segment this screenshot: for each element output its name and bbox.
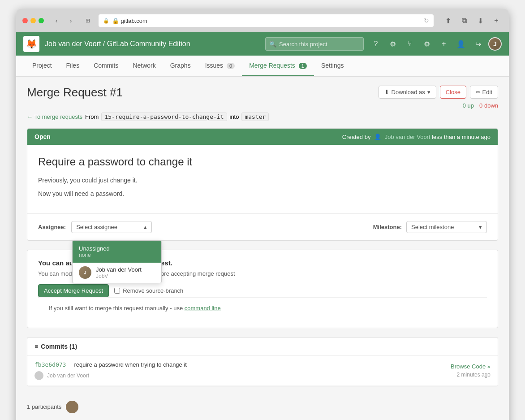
nav-graphs[interactable]: Graphs: [163, 56, 198, 76]
mr-card: Open Created by 👤 Job van der Voort less…: [27, 128, 498, 241]
nav-files[interactable]: Files: [59, 56, 87, 76]
description-line-2: Now you will need a password.: [38, 189, 487, 199]
window-controls: [22, 18, 44, 23]
commits-header: ≡ Commits (1): [27, 338, 498, 356]
created-time: less than a minute ago: [432, 134, 491, 140]
forward-button[interactable]: ›: [65, 16, 77, 26]
dropdown-user-jobv[interactable]: J Job van der Voort JobV: [73, 263, 161, 283]
milestone-section: Milestone: Select milestone ▾: [373, 221, 487, 233]
address-bar[interactable]: 🔒 🔒 gitlab.com ↻: [99, 14, 434, 27]
refresh-icon[interactable]: ↻: [424, 17, 429, 24]
maximize-dot[interactable]: [39, 18, 44, 23]
commits-header-label: Commits (1): [41, 343, 77, 350]
commits-list: fb3e6d073 require a password when trying…: [27, 356, 498, 386]
milestone-arrow-icon: ▾: [479, 224, 482, 230]
dropdown-unassigned[interactable]: Unassigned none: [73, 241, 161, 263]
mr-actions: ⬇ Download as ▾ Close ✏ Edit: [379, 86, 498, 99]
minimize-dot[interactable]: [30, 18, 36, 23]
mr-card-body: Require a password to change it Previous…: [27, 145, 498, 213]
back-button[interactable]: ‹: [50, 16, 63, 26]
commit-row: fb3e6d073 require a password when trying…: [27, 356, 498, 386]
milestone-select[interactable]: Select milestone ▾: [406, 221, 487, 233]
assignee-dropdown[interactable]: Unassigned none J Job van der Voort JobV: [72, 240, 162, 283]
assignee-select[interactable]: Select assignee ▴: [71, 221, 152, 233]
nav-settings[interactable]: Settings: [314, 56, 351, 76]
nav-issues[interactable]: Issues 0: [198, 56, 242, 76]
commits-section: ≡ Commits (1) fb3e6d073 require a passwo…: [27, 337, 498, 386]
assignee-value: Select assignee: [76, 224, 117, 230]
unassigned-sub: none: [79, 252, 155, 258]
remove-source-checkbox-input[interactable]: [114, 288, 120, 294]
participants-label: 1 participants: [27, 403, 61, 410]
target-branch: master: [241, 113, 269, 121]
commit-author-avatar: [34, 371, 43, 380]
search-icon: 🔍: [269, 41, 276, 48]
top-nav: 🦊 Job van der Voort / GitLab Community E…: [16, 32, 509, 56]
commit-author: Job van der Voort: [47, 372, 89, 379]
close-dot[interactable]: [22, 18, 28, 23]
add-tab-button[interactable]: +: [490, 16, 503, 26]
commit-message: require a password when trying to change…: [74, 361, 443, 368]
sidebar-button[interactable]: ⧉: [458, 16, 470, 26]
user-avatar-image: J: [79, 266, 91, 279]
checkbox-label: Remove source-branch: [123, 287, 183, 294]
nav-merge-requests[interactable]: Merge Requests 1: [242, 56, 314, 76]
browser-window: ‹ › ⊞ 🔒 🔒 gitlab.com ↻ ⬆ ⧉ ⬇ + 🦊 Job van…: [16, 9, 509, 420]
logo-icon: 🦊: [26, 39, 37, 49]
accept-mr-button[interactable]: Accept Merge Request: [38, 284, 109, 297]
search-box[interactable]: 🔍 Search this project: [265, 37, 364, 51]
participant-avatar-1: [66, 401, 78, 413]
commit-time: 2 minutes ago: [457, 372, 491, 378]
admin-button[interactable]: ⚙: [420, 37, 434, 51]
help-button[interactable]: ?: [369, 37, 383, 51]
download-label: Download as: [392, 89, 425, 95]
download-button[interactable]: ⬇: [474, 16, 486, 26]
signout-button[interactable]: ↪: [471, 37, 485, 51]
browser-nav: ‹ ›: [50, 16, 77, 26]
browse-code-link[interactable]: Browse Code »: [451, 363, 491, 370]
gitlab-logo: 🦊: [23, 36, 39, 52]
download-icon: ⬇: [384, 89, 389, 95]
new-button[interactable]: +: [437, 37, 451, 51]
url-text: 🔒 gitlab.com: [112, 17, 147, 24]
remove-source-branch-checkbox[interactable]: Remove source-branch: [114, 287, 183, 294]
command-line-link[interactable]: command line: [185, 305, 221, 312]
user-info: Job van der Voort JobV: [96, 266, 142, 279]
author-link[interactable]: Job van der Voort: [385, 134, 430, 140]
page-content: Merge Request #1 ⬇ Download as ▾ Close ✏…: [16, 77, 509, 420]
nav-project[interactable]: Project: [25, 56, 59, 76]
into-label: into: [230, 113, 239, 120]
mr-card-title: Require a password to change it: [38, 156, 487, 168]
commit-meta: Job van der Voort: [34, 371, 443, 380]
created-by: Created by 👤 Job van der Voort less than…: [342, 134, 491, 140]
commit-hash[interactable]: fb3e6d073: [34, 361, 66, 368]
close-button[interactable]: Close: [440, 86, 466, 99]
issues-badge: 0: [227, 63, 235, 69]
mr-badge: 1: [299, 63, 307, 69]
download-button[interactable]: ⬇ Download as ▾: [379, 86, 436, 99]
edit-button[interactable]: ✏ Edit: [470, 86, 498, 99]
user-button[interactable]: 👤: [454, 37, 468, 51]
assignee-row: Assignee: Select assignee ▴ Unassigned n…: [27, 213, 498, 240]
nav-network[interactable]: Network: [125, 56, 163, 76]
mr-title: Merge Request #1: [27, 86, 123, 100]
dropdown-arrow-icon: ▾: [427, 89, 430, 95]
mr-description: Previously, you could just change it. No…: [38, 175, 487, 199]
from-label: From: [85, 113, 99, 120]
nav-commits[interactable]: Commits: [86, 56, 125, 76]
source-branch: 15-require-a-password-to-change-it: [101, 113, 227, 121]
back-to-mr-link[interactable]: ← To merge requests: [27, 113, 82, 120]
mr-header: Merge Request #1 ⬇ Download as ▾ Close ✏…: [27, 86, 498, 109]
settings-button[interactable]: ⚙: [386, 37, 400, 51]
user-handle: JobV: [96, 273, 142, 279]
votes-up: 0 up: [463, 102, 474, 109]
milestone-value: Select milestone: [411, 224, 454, 230]
user-avatar[interactable]: J: [488, 37, 502, 51]
unassigned-label: Unassigned: [79, 245, 155, 252]
project-title: Job van der Voort / GitLab Community Edi…: [45, 40, 190, 48]
fork-button[interactable]: ⑂: [403, 37, 417, 51]
user-name: Job van der Voort: [96, 266, 142, 273]
description-line-1: Previously, you could just change it.: [38, 175, 487, 185]
tab-toggle-button[interactable]: ⊞: [82, 16, 94, 26]
share-button[interactable]: ⬆: [442, 16, 454, 26]
